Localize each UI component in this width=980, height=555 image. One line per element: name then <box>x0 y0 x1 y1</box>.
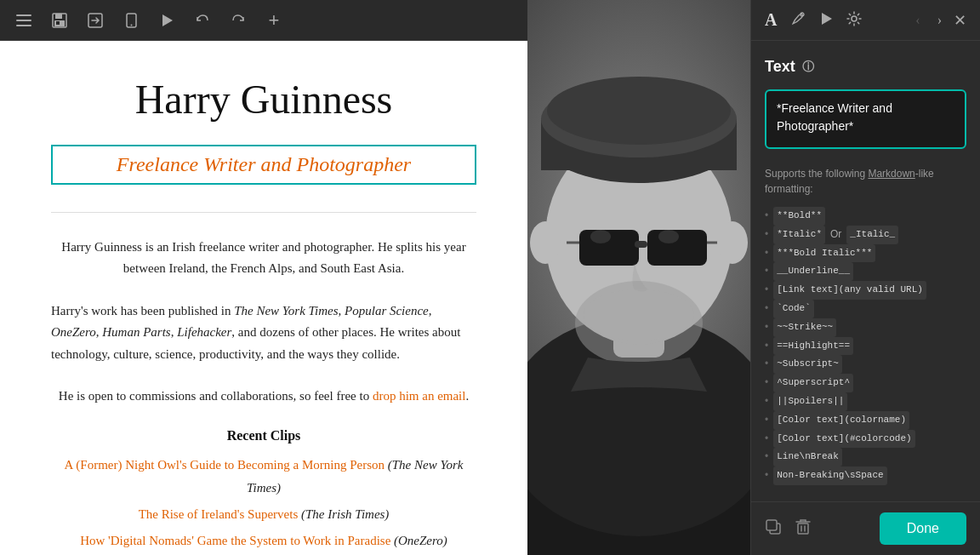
svg-rect-6 <box>56 21 60 25</box>
svg-marker-32 <box>822 13 832 25</box>
svg-point-25 <box>590 230 611 243</box>
markdown-item-nbsp: Non-Breaking\sSpace <box>765 466 966 485</box>
props-panel: A <box>750 0 980 555</box>
svg-marker-10 <box>162 14 173 26</box>
svg-rect-1 <box>16 20 31 21</box>
svg-rect-4 <box>55 14 62 19</box>
props-nav: ‹ › ✕ <box>910 9 966 31</box>
mobile-icon[interactable] <box>121 10 141 31</box>
svg-rect-36 <box>798 524 808 534</box>
svg-point-9 <box>130 24 132 26</box>
clip-link-2[interactable]: The Rise of Ireland's Supervets (The Iri… <box>51 503 476 526</box>
props-footer-actions <box>765 518 811 540</box>
play-icon-props[interactable] <box>819 12 833 29</box>
svg-point-26 <box>658 230 679 243</box>
font-icon[interactable]: A <box>765 10 777 30</box>
markdown-item-code: `Code` <box>765 300 966 318</box>
play-icon[interactable] <box>157 10 177 31</box>
doc-subtitle: Freelance Writer and Photographer <box>51 145 476 185</box>
markdown-item-italic: *Italic* Or _Italic_ <box>765 226 966 244</box>
settings-icon[interactable] <box>846 11 862 30</box>
delete-icon[interactable] <box>795 518 811 540</box>
svg-point-33 <box>852 16 857 21</box>
brush-icon[interactable] <box>790 11 806 30</box>
markdown-item-link: [Link text](any valid URL) <box>765 281 966 300</box>
props-title-icon: ⓘ <box>802 60 814 75</box>
document-panel: + Harry Guinness Freelance Writer and Ph… <box>0 0 527 555</box>
markdown-item-spoilers: ||Spoilers|| <box>765 392 966 411</box>
photo-panel <box>527 0 750 555</box>
email-link[interactable]: drop him an email <box>373 389 466 403</box>
share-icon[interactable] <box>85 10 105 31</box>
doc-para-3: He is open to commissions and collaborat… <box>51 386 476 408</box>
copy-icon[interactable] <box>765 518 782 540</box>
markdown-hint: Supports the following Markdown-like for… <box>765 166 966 197</box>
markdown-item-superscript: ^Superscript^ <box>765 374 966 392</box>
text-input[interactable]: *Freelance Writer and Photographer* <box>765 89 966 149</box>
props-section-title: Text ⓘ <box>765 58 966 76</box>
markdown-item-bold: **Bold** <box>765 207 966 226</box>
clip-link-3[interactable]: How 'Digital Nomads' Game the System to … <box>51 529 476 552</box>
undo-icon[interactable] <box>192 10 213 31</box>
props-back-btn[interactable]: ‹ <box>910 9 925 31</box>
svg-point-30 <box>717 221 748 264</box>
add-icon[interactable]: + <box>264 10 284 31</box>
done-button[interactable]: Done <box>880 512 966 545</box>
markdown-list: **Bold** *Italic* Or _Italic_ ***Bold It… <box>765 207 966 485</box>
doc-para-2: Harry's work has been published in The N… <box>51 300 476 366</box>
markdown-item-color-name: [Color text](colorname) <box>765 411 966 430</box>
markdown-item-bold-italic: ***Bold Italic*** <box>765 244 966 263</box>
svg-rect-35 <box>766 520 777 530</box>
doc-para-1: Harry Guinness is an Irish freelance wri… <box>51 237 476 280</box>
markdown-item-subscript: ~Subscript~ <box>765 355 966 374</box>
doc-divider <box>51 212 476 213</box>
markdown-item-underline: __Underline__ <box>765 262 966 281</box>
props-forward-btn[interactable]: › <box>932 9 947 31</box>
svg-point-28 <box>584 289 694 340</box>
menu-icon[interactable] <box>14 10 34 31</box>
svg-rect-0 <box>16 14 31 16</box>
props-header-toolbar: A <box>765 10 862 30</box>
props-footer: Done <box>751 501 980 555</box>
svg-rect-22 <box>635 241 647 248</box>
svg-point-29 <box>530 221 561 264</box>
props-header: A <box>751 0 980 41</box>
svg-point-19 <box>547 77 731 145</box>
markdown-item-strike: ~~Strike~~ <box>765 318 966 337</box>
props-close-btn[interactable]: ✕ <box>954 11 966 30</box>
markdown-item-color-code: [Color text](#colorcode) <box>765 430 966 449</box>
doc-title: Harry Guinness <box>51 75 476 124</box>
clip-link-1[interactable]: A (Former) Night Owl's Guide to Becoming… <box>51 454 476 500</box>
doc-content: Harry Guinness Freelance Writer and Phot… <box>0 41 527 555</box>
save-icon[interactable] <box>49 10 70 31</box>
doc-toolbar: + <box>0 0 527 41</box>
redo-icon[interactable] <box>228 10 248 31</box>
svg-rect-2 <box>16 25 31 26</box>
markdown-item-linebreak: Line\nBreak <box>765 448 966 466</box>
props-body: Text ⓘ *Freelance Writer and Photographe… <box>751 41 980 501</box>
recent-clips-heading: Recent Clips <box>51 428 476 443</box>
markdown-item-highlight: ==Highlight== <box>765 337 966 356</box>
photo-background <box>527 0 750 555</box>
